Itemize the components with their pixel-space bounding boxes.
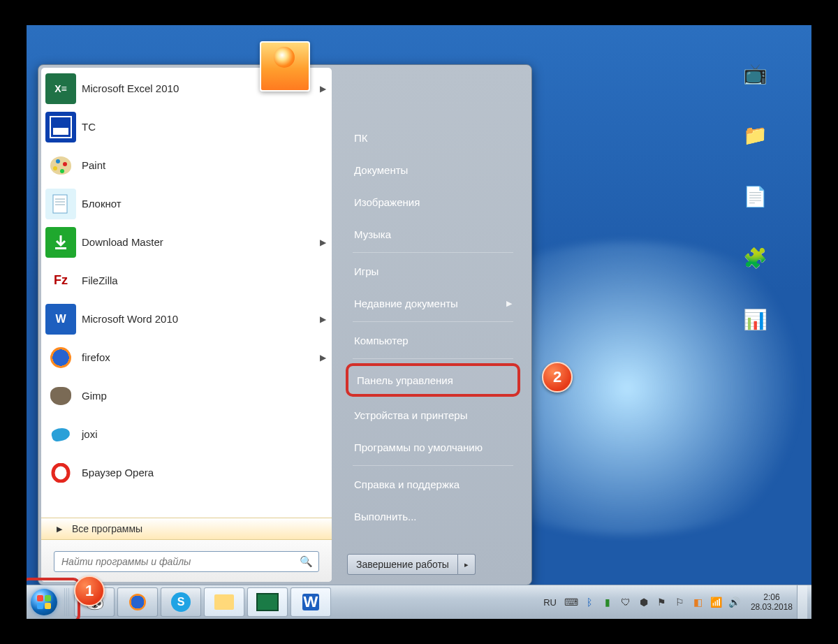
tray-tool-icon[interactable]: ◧ <box>691 595 705 609</box>
firefox-icon <box>45 342 76 373</box>
svg-point-5 <box>53 464 68 481</box>
annotation-badge-2: 2 <box>542 362 573 393</box>
annotation-badge-1: 1 <box>74 576 105 606</box>
show-desktop-button[interactable] <box>797 585 807 619</box>
right-item-label: Выполнить... <box>354 511 417 522</box>
search-icon: 🔍 <box>300 555 313 568</box>
program-item-paint[interactable]: Paint <box>41 146 332 184</box>
taskbar-item-word[interactable]: W <box>291 587 331 617</box>
right-item-control-panel[interactable]: Панель управления <box>346 363 520 397</box>
program-item-word[interactable]: W Microsoft Word 2010 ▶ <box>41 300 332 338</box>
program-label: Paint <box>82 159 326 171</box>
program-item-joxi[interactable]: joxi <box>41 415 332 453</box>
tray-bluetooth-icon[interactable]: ᛒ <box>582 595 596 609</box>
right-item-label: Справка и поддержка <box>354 478 460 490</box>
tray-flag-icon[interactable]: ⚐ <box>673 595 687 609</box>
start-menu: X≡ Microsoft Excel 2010 ▶ TC Paint Б <box>38 64 532 585</box>
language-indicator[interactable]: RU <box>543 597 557 608</box>
program-list: X≡ Microsoft Excel 2010 ▶ TC Paint Б <box>41 68 332 518</box>
submenu-arrow-icon: ▶ <box>320 84 326 94</box>
tray-keyboard-icon[interactable]: ⌨ <box>564 595 578 609</box>
separator <box>353 358 513 359</box>
tc-icon <box>45 112 76 142</box>
taskbar-item-firefox[interactable] <box>117 587 158 617</box>
system-tray: RU ⌨ ᛒ ▮ 🛡 ⬢ ⚑ ⚐ ◧ 📶 🔊 2:06 28.03.2018 <box>538 585 811 619</box>
right-item-games[interactable]: Игры <box>346 257 520 285</box>
clock-time: 2:06 <box>751 592 793 602</box>
skype-icon: S <box>171 592 191 612</box>
tray-antivirus-icon[interactable]: 🛡 <box>619 595 633 609</box>
search-input[interactable] <box>60 555 300 568</box>
start-orb-icon <box>31 589 57 615</box>
tray-app-icon[interactable]: ▮ <box>601 595 615 609</box>
taskbar: 🐼 S W RU ⌨ ᛒ ▮ 🛡 ⬢ ⚑ ⚐ ◧ 📶 🔊 2:06 28.03.… <box>27 585 811 619</box>
taskbar-item-skype[interactable]: S <box>161 587 201 617</box>
user-picture[interactable] <box>260 41 310 92</box>
right-item-label: Игры <box>354 265 378 277</box>
desktop-icon[interactable]: 📊 <box>735 299 775 339</box>
all-programs-button[interactable]: ▶ Все программы <box>41 518 332 540</box>
search-box[interactable]: 🔍 <box>54 551 319 572</box>
right-item-documents[interactable]: Документы <box>346 156 520 184</box>
taskbar-item-taskviewer[interactable] <box>247 587 288 617</box>
desktop-icons-column: 📺 📁 📄 🧩 📊 <box>735 53 784 360</box>
shutdown-button[interactable]: Завершение работы <box>347 554 458 575</box>
explorer-icon <box>214 594 234 610</box>
word-icon: W <box>45 304 76 335</box>
right-item-label: Устройства и принтеры <box>354 409 467 421</box>
start-button[interactable] <box>27 585 61 619</box>
program-item-notepad[interactable]: Блокнот <box>41 184 332 223</box>
firefox-icon <box>129 594 146 610</box>
taskbar-separator <box>64 588 70 616</box>
submenu-arrow-icon: ▶ <box>320 314 326 324</box>
right-item-computer[interactable]: Компьютер <box>346 326 520 354</box>
desktop-icon[interactable]: 📄 <box>735 176 775 217</box>
program-label: TC <box>82 121 326 133</box>
program-item-downloadmaster[interactable]: Download Master ▶ <box>41 223 332 261</box>
right-item-help[interactable]: Справка и поддержка <box>346 470 520 498</box>
program-item-filezilla[interactable]: Fz FileZilla <box>41 261 332 300</box>
right-item-devices[interactable]: Устройства и принтеры <box>346 401 520 429</box>
desktop-icon[interactable]: 📺 <box>735 53 775 94</box>
submenu-arrow-icon: ▶ <box>506 299 512 308</box>
program-label: Download Master <box>82 236 320 248</box>
program-item-firefox[interactable]: firefox ▶ <box>41 338 332 376</box>
right-item-label: ПК <box>354 132 368 144</box>
shutdown-options-button[interactable]: ▸ <box>458 554 476 575</box>
program-item-gimp[interactable]: Gimp <box>41 376 332 415</box>
downloadmaster-icon <box>45 227 76 258</box>
program-label: joxi <box>82 428 326 440</box>
right-item-label: Панель управления <box>357 374 453 386</box>
program-item-opera[interactable]: Браузер Opera <box>41 453 332 492</box>
program-item-tc[interactable]: TC <box>41 108 332 146</box>
paint-icon <box>45 150 76 181</box>
taskbar-clock[interactable]: 2:06 28.03.2018 <box>751 592 793 612</box>
desktop-icon[interactable]: 📁 <box>735 115 775 155</box>
start-menu-right-pane: ПК Документы Изображения Музыка Игры Нед… <box>335 65 531 585</box>
program-label: FileZilla <box>82 275 326 286</box>
right-item-default-programs[interactable]: Программы по умолчанию <box>346 433 520 461</box>
desktop-icon[interactable]: 🧩 <box>735 237 775 278</box>
filezilla-icon: Fz <box>45 265 76 296</box>
right-item-run[interactable]: Выполнить... <box>346 502 520 530</box>
right-item-pc[interactable]: ПК <box>346 124 520 152</box>
right-item-music[interactable]: Музыка <box>346 220 520 248</box>
tray-volume-icon[interactable]: 🔊 <box>728 595 742 609</box>
right-item-label: Недавние документы <box>354 298 458 309</box>
separator <box>353 321 513 322</box>
notepad-icon <box>45 189 76 219</box>
right-item-label: Программы по умолчанию <box>354 441 483 453</box>
word-icon: W <box>302 594 319 610</box>
tray-shield-icon[interactable]: ⬢ <box>637 595 651 609</box>
program-label: Браузер Opera <box>82 467 326 478</box>
right-item-recent[interactable]: Недавние документы▶ <box>346 289 520 317</box>
right-item-label: Компьютер <box>354 335 409 346</box>
right-item-images[interactable]: Изображения <box>346 188 520 216</box>
desktop: 📺 📁 📄 🧩 📊 X≡ Microsoft Excel 2010 ▶ TC <box>27 25 811 619</box>
shutdown-group: Завершение работы ▸ <box>347 554 476 575</box>
taskbar-item-explorer[interactable] <box>204 587 244 617</box>
shutdown-label: Завершение работы <box>356 559 449 570</box>
right-item-label: Изображения <box>354 196 420 208</box>
tray-update-icon[interactable]: ⚑ <box>655 595 669 609</box>
tray-network-icon[interactable]: 📶 <box>710 595 723 609</box>
